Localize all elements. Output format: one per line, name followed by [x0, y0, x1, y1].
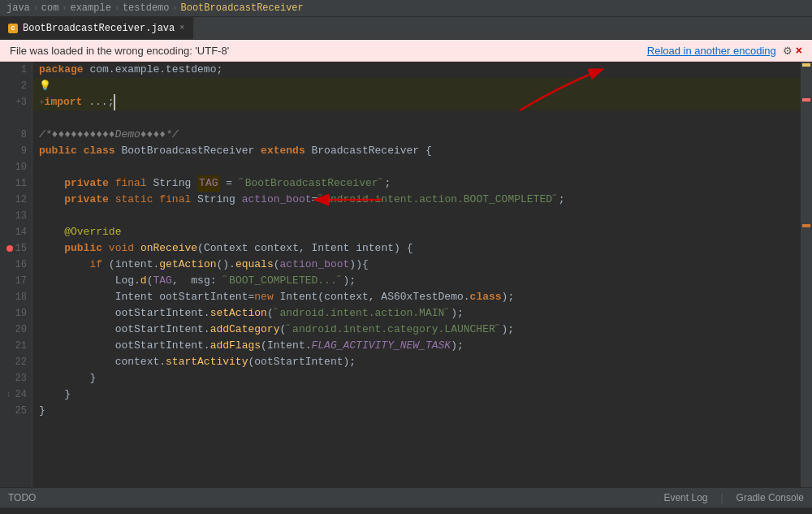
warning-message: File was loaded in the wrong encoding: '… [10, 45, 229, 57]
tab-close-button[interactable]: × [179, 24, 184, 32]
tab-filename: BootBroadcastReceiver.java [23, 23, 175, 34]
warning-banner: File was loaded in the wrong encoding: '… [0, 40, 812, 62]
gear-icon[interactable]: ⚙ [783, 45, 793, 57]
code-line-1: package com.example.testdemo; [32, 62, 801, 78]
code-line-19: ootStartIntent.setAction(˝android.intent… [32, 305, 801, 322]
status-divider: | [720, 492, 723, 503]
event-log-button[interactable]: Event Log [663, 492, 707, 503]
code-line-8: /*♦♦♦♦♦♦♦♦♦♦Demo♦♦♦♦*/ [32, 127, 801, 143]
gutter-marker-yellow [802, 63, 810, 67]
editor-container: 1 2 +3 8 9 10 11 12 13 14 ▾15 16 17 18 1… [0, 62, 812, 487]
line-num-9: 9 [5, 143, 27, 159]
line-numbers: 1 2 +3 8 9 10 11 12 13 14 ▾15 16 17 18 1… [0, 62, 32, 487]
gutter-marker-orange [802, 224, 810, 227]
code-line-15: public void onReceive(Context context, I… [32, 240, 801, 257]
line-num-blank-1 [5, 110, 27, 127]
line-num-1: 1 [5, 62, 27, 78]
status-bar: TODO Event Log | Gradle Console [0, 487, 812, 508]
code-line-blank-a [32, 110, 801, 127]
line-num-24: ↕ 24 [5, 387, 27, 403]
code-line-25: } [32, 403, 801, 419]
breadcrumb-java[interactable]: java [6, 2, 30, 14]
code-line-20: ootStartIntent.addCategory(˝android.inte… [32, 322, 801, 338]
line-num-20: 20 [5, 322, 27, 338]
breadcrumb: java › com › example › testdemo › BootBr… [0, 0, 812, 17]
bulb-icon[interactable]: 💡 [39, 78, 51, 94]
line-num-22: 22 [5, 354, 27, 370]
gradle-console-button[interactable]: Gradle Console [736, 492, 804, 503]
code-line-10 [32, 159, 801, 175]
line-num-17: 17 [5, 273, 27, 289]
code-line-11: private final String TAG = ˝BootBroadcas… [32, 175, 801, 192]
line-num-10: 10 [5, 159, 27, 175]
code-line-13 [32, 208, 801, 224]
line-num-11: 11 [5, 175, 27, 192]
line-num-23: 23 [5, 370, 27, 387]
status-left: TODO [8, 492, 36, 503]
code-line-17: Log.d(TAG, msg: ˝BOOT_COMPLETED...˝); [32, 273, 801, 289]
line-num-16: 16 [5, 257, 27, 273]
right-gutter [801, 62, 812, 487]
breadcrumb-com[interactable]: com [41, 2, 59, 14]
reload-link[interactable]: Reload in another encoding [647, 45, 776, 57]
line-num-13: 13 [5, 208, 27, 224]
code-line-18: Intent ootStartIntent=new Intent(context… [32, 289, 801, 305]
tab-file[interactable]: c BootBroadcastReceiver.java × [0, 17, 193, 39]
breadcrumb-testdemo[interactable]: testdemo [123, 2, 170, 14]
code-line-12: private static final String action_boot=… [32, 192, 801, 208]
line-num-12: 12 [5, 192, 27, 208]
code-editor[interactable]: package com.example.testdemo; 💡 + import… [32, 62, 801, 487]
code-line-2: 💡 [32, 78, 801, 94]
line-num-18: 18 [5, 289, 27, 305]
line-num-21: 21 [5, 338, 27, 354]
code-line-14: @Override [32, 224, 801, 240]
todo-label[interactable]: TODO [8, 492, 36, 503]
code-line-3: + import ...; [32, 94, 801, 110]
line-num-25: 25 [5, 403, 27, 419]
line-num-2: 2 [5, 78, 27, 94]
line-num-15: ▾15 [5, 240, 27, 257]
line-num-3: +3 [5, 94, 27, 110]
line-num-19: 19 [5, 305, 27, 322]
code-line-9: public class BootBroadcastReceiver exten… [32, 143, 801, 159]
status-right: Event Log | Gradle Console [663, 492, 804, 503]
code-line-21: ootStartIntent.addFlags(Intent.FLAG_ACTI… [32, 338, 801, 354]
gutter-marker-red [802, 98, 810, 102]
tab-file-icon: c [8, 24, 18, 33]
fold-marker[interactable]: + [39, 94, 45, 110]
code-line-23: } [32, 370, 801, 387]
tab-bar: c BootBroadcastReceiver.java × [0, 17, 812, 40]
code-line-22: context.startActivity(ootStartIntent); [32, 354, 801, 370]
breadcrumb-example[interactable]: example [70, 2, 110, 14]
line-num-14: 14 [5, 224, 27, 240]
breadcrumb-classname[interactable]: BootBroadcastReceiver [181, 2, 304, 14]
close-warning-button[interactable]: × [796, 44, 802, 57]
code-line-24: } [32, 387, 801, 403]
code-line-16: if (intent.getAction().equals(action_boo… [32, 257, 801, 273]
line-num-8: 8 [5, 127, 27, 143]
